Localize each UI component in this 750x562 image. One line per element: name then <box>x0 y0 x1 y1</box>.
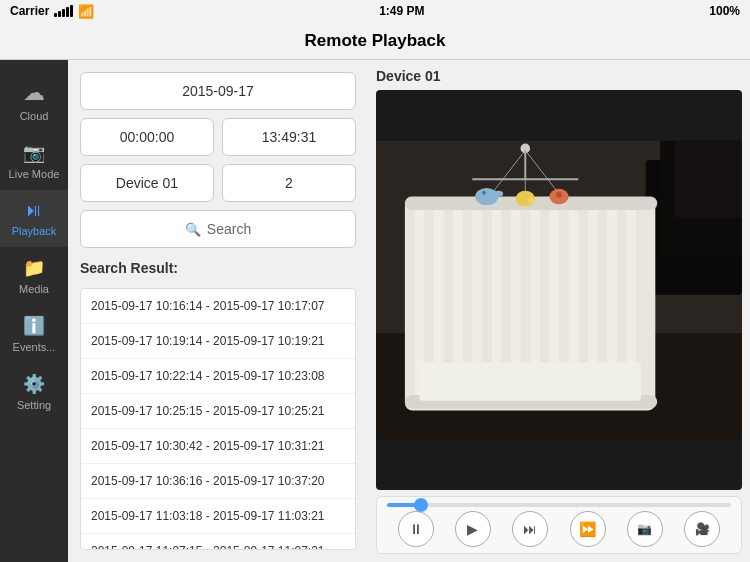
sidebar-item-playback-label: Playback <box>12 225 57 237</box>
sidebar: ☁ Cloud 📷 Live Mode ⏯ Playback 📁 Media ℹ… <box>0 60 68 562</box>
list-item[interactable]: 2015-09-17 11:03:18 - 2015-09-17 11:03:2… <box>81 499 355 534</box>
playback-icon: ⏯ <box>25 200 43 221</box>
pause-button[interactable]: ⏸ <box>398 511 434 547</box>
signal-bars-icon <box>54 5 73 17</box>
start-time-input[interactable]: 00:00:00 <box>80 118 214 156</box>
list-item[interactable]: 2015-09-17 10:30:42 - 2015-09-17 10:31:2… <box>81 429 355 464</box>
list-item[interactable]: 2015-09-17 10:19:14 - 2015-09-17 10:19:2… <box>81 324 355 359</box>
list-item[interactable]: 2015-09-17 10:16:14 - 2015-09-17 10:17:0… <box>81 289 355 324</box>
list-item[interactable]: 2015-09-17 10:36:16 - 2015-09-17 10:37:2… <box>81 464 355 499</box>
status-bar-time: 1:49 PM <box>379 4 424 18</box>
sidebar-item-cloud[interactable]: ☁ Cloud <box>0 70 68 132</box>
end-time-input[interactable]: 13:49:31 <box>222 118 356 156</box>
wifi-icon: 📶 <box>78 4 94 19</box>
device-row: Device 01 2 <box>80 164 356 202</box>
step-forward-icon: ⏭ <box>523 521 537 537</box>
video-container <box>376 90 742 490</box>
step-forward-button[interactable]: ⏭ <box>512 511 548 547</box>
main-layout: ☁ Cloud 📷 Live Mode ⏯ Playback 📁 Media ℹ… <box>0 60 750 562</box>
right-panel: Device 01 <box>368 60 750 562</box>
playback-controls: ⏸ ▶ ⏭ ⏩ 📷 🎥 <box>376 496 742 554</box>
svg-rect-34 <box>675 141 742 218</box>
sidebar-item-events[interactable]: ℹ️ Events... <box>0 305 68 363</box>
sidebar-item-livemode-label: Live Mode <box>9 168 60 180</box>
progress-thumb[interactable] <box>414 498 428 512</box>
content-area: 2015-09-17 00:00:00 13:49:31 Device 01 2… <box>68 60 750 562</box>
results-list: 2015-09-17 10:16:14 - 2015-09-17 10:17:0… <box>80 288 356 550</box>
record-icon: 🎥 <box>695 522 710 536</box>
list-item[interactable]: 2015-09-17 11:07:15 - 2015-09-17 11:07:2… <box>81 534 355 550</box>
status-bar: Carrier 📶 1:49 PM 100% <box>0 0 750 22</box>
fast-forward-icon: ⏩ <box>579 521 596 537</box>
title-bar: Remote Playback <box>0 22 750 60</box>
sidebar-item-setting-label: Setting <box>17 399 51 411</box>
list-item[interactable]: 2015-09-17 10:22:14 - 2015-09-17 10:23:0… <box>81 359 355 394</box>
device-label: Device 01 <box>376 68 742 84</box>
search-icon: 🔍 <box>185 222 201 237</box>
sidebar-item-setting[interactable]: ⚙️ Setting <box>0 363 68 421</box>
play-icon: ▶ <box>467 521 478 537</box>
svg-point-29 <box>556 192 562 198</box>
page-title: Remote Playback <box>305 31 446 51</box>
sidebar-item-playback[interactable]: ⏯ Playback <box>0 190 68 247</box>
info-icon: ℹ️ <box>23 315 45 337</box>
play-button[interactable]: ▶ <box>455 511 491 547</box>
pause-icon: ⏸ <box>409 521 423 537</box>
folder-icon: 📁 <box>23 257 45 279</box>
device-input[interactable]: Device 01 <box>80 164 214 202</box>
list-item[interactable]: 2015-09-17 10:25:15 - 2015-09-17 10:25:2… <box>81 394 355 429</box>
sidebar-item-cloud-label: Cloud <box>20 110 49 122</box>
left-panel: 2015-09-17 00:00:00 13:49:31 Device 01 2… <box>68 60 368 562</box>
sidebar-item-events-label: Events... <box>13 341 56 353</box>
sidebar-item-media[interactable]: 📁 Media <box>0 247 68 305</box>
record-button[interactable]: 🎥 <box>684 511 720 547</box>
camera-icon: 📷 <box>23 142 45 164</box>
search-button[interactable]: 🔍 Search <box>80 210 356 248</box>
svg-rect-32 <box>419 362 641 401</box>
sidebar-item-livemode[interactable]: 📷 Live Mode <box>0 132 68 190</box>
carrier-label: Carrier <box>10 4 49 18</box>
controls-row: ⏸ ▶ ⏭ ⏩ 📷 🎥 <box>387 511 731 547</box>
svg-point-25 <box>482 191 486 195</box>
cloud-icon: ☁ <box>23 80 45 106</box>
time-row: 00:00:00 13:49:31 <box>80 118 356 156</box>
channel-input[interactable]: 2 <box>222 164 356 202</box>
status-bar-left: Carrier 📶 <box>10 4 94 19</box>
date-row: 2015-09-17 <box>80 72 356 110</box>
search-label: Search <box>207 221 251 237</box>
status-bar-battery: 100% <box>709 4 740 18</box>
progress-bar-track[interactable] <box>387 503 731 507</box>
search-result-header: Search Result: <box>80 256 356 280</box>
gear-icon: ⚙️ <box>23 373 45 395</box>
svg-point-23 <box>475 188 498 205</box>
fast-forward-button[interactable]: ⏩ <box>570 511 606 547</box>
snapshot-button[interactable]: 📷 <box>627 511 663 547</box>
svg-point-24 <box>494 191 504 197</box>
progress-bar-container <box>387 503 731 507</box>
snapshot-icon: 📷 <box>637 522 652 536</box>
sidebar-item-media-label: Media <box>19 283 49 295</box>
date-input[interactable]: 2015-09-17 <box>80 72 356 110</box>
